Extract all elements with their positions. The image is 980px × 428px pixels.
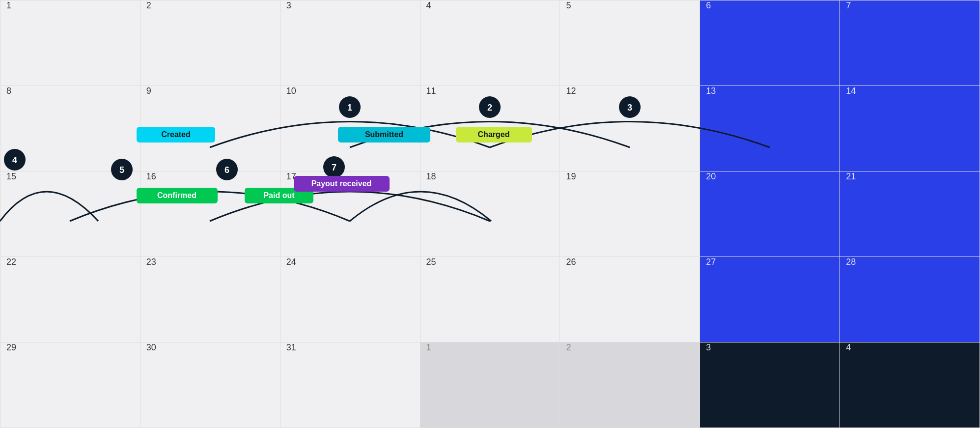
cell-day-3-row-0: 3 xyxy=(280,0,420,86)
day-number: 4 xyxy=(840,338,857,357)
day-number: 27 xyxy=(700,252,722,272)
day-number: 12 xyxy=(560,81,582,101)
day-number: 17 xyxy=(280,167,302,186)
day-number: 11 xyxy=(420,81,442,101)
cell-day-9-row-1: 9 xyxy=(140,86,280,171)
cell-day-23-row-3: 23 xyxy=(140,257,280,342)
day-number: 6 xyxy=(700,0,717,15)
cell-day-26-row-3: 26 xyxy=(560,257,700,342)
day-number: 25 xyxy=(420,252,442,272)
cell-day-7-row-0: 7 xyxy=(840,0,980,86)
day-number: 29 xyxy=(0,338,22,357)
day-number: 26 xyxy=(560,252,582,272)
day-number: 10 xyxy=(280,81,302,101)
cell-day-11-row-1: 11 xyxy=(420,86,560,171)
day-number: 9 xyxy=(140,81,157,101)
cell-day-18-row-2: 18 xyxy=(420,171,560,257)
day-number: 28 xyxy=(840,252,862,272)
cell-day-4-row-0: 4 xyxy=(420,0,560,86)
cell-day-17-row-2: 17 xyxy=(280,171,420,257)
day-number: 19 xyxy=(560,167,582,186)
day-number: 1 xyxy=(420,338,437,357)
cell-day-19-row-2: 19 xyxy=(560,171,700,257)
day-number: 23 xyxy=(140,252,162,272)
cell-day-20-row-2: 20 xyxy=(700,171,840,257)
cell-day-13-row-1: 13 xyxy=(700,86,840,171)
day-number: 5 xyxy=(560,0,577,15)
day-number: 30 xyxy=(140,338,162,357)
day-number: 16 xyxy=(140,167,162,186)
day-number: 21 xyxy=(840,167,862,186)
cell-day-24-row-3: 24 xyxy=(280,257,420,342)
cell-day-1-row-0: 1 xyxy=(0,0,140,86)
cell-day-15-row-2: 15 xyxy=(0,171,140,257)
day-number: 31 xyxy=(280,338,302,357)
cell-day-30-row-4: 30 xyxy=(140,342,280,428)
cell-day-8-row-1: 8 xyxy=(0,86,140,171)
day-number: 7 xyxy=(840,0,857,15)
cell-day-25-row-3: 25 xyxy=(420,257,560,342)
cell-day-2-row-0: 2 xyxy=(140,0,280,86)
day-number: 2 xyxy=(560,338,577,357)
cell-day-2-row-4: 2 xyxy=(560,342,700,428)
cell-day-29-row-4: 29 xyxy=(0,342,140,428)
day-number: 24 xyxy=(280,252,302,272)
calendar-grid: 1234567891011121314151617181920212223242… xyxy=(0,0,980,428)
day-number: 20 xyxy=(700,167,722,186)
cell-day-28-row-3: 28 xyxy=(840,257,980,342)
cell-day-6-row-0: 6 xyxy=(700,0,840,86)
cell-day-10-row-1: 10 xyxy=(280,86,420,171)
cell-day-12-row-1: 12 xyxy=(560,86,700,171)
day-number: 13 xyxy=(700,81,722,101)
day-number: 2 xyxy=(140,0,157,15)
cell-day-21-row-2: 21 xyxy=(840,171,980,257)
day-number: 15 xyxy=(0,167,22,186)
cell-day-22-row-3: 22 xyxy=(0,257,140,342)
cell-day-4-row-4: 4 xyxy=(840,342,980,428)
cell-day-1-row-4: 1 xyxy=(420,342,560,428)
day-number: 3 xyxy=(700,338,717,357)
cell-day-27-row-3: 27 xyxy=(700,257,840,342)
cell-day-3-row-4: 3 xyxy=(700,342,840,428)
cell-day-5-row-0: 5 xyxy=(560,0,700,86)
day-number: 8 xyxy=(0,81,17,101)
cell-day-16-row-2: 16 xyxy=(140,171,280,257)
day-number: 1 xyxy=(0,0,17,15)
day-number: 3 xyxy=(280,0,297,15)
day-number: 22 xyxy=(0,252,22,272)
day-number: 14 xyxy=(840,81,862,101)
day-number: 18 xyxy=(420,167,442,186)
calendar-wrapper: 1234567891011121314151617181920212223242… xyxy=(0,0,980,428)
day-number: 4 xyxy=(420,0,437,15)
cell-day-14-row-1: 14 xyxy=(840,86,980,171)
cell-day-31-row-4: 31 xyxy=(280,342,420,428)
